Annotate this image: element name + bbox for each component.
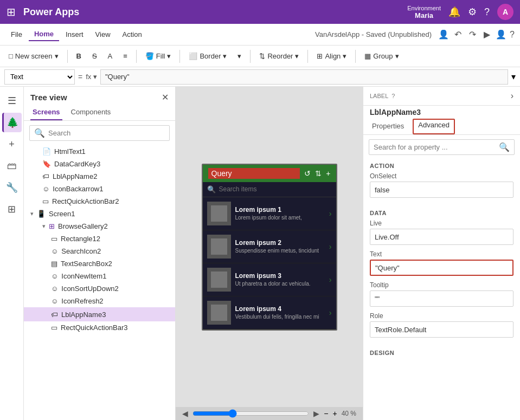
sidebar-icon-add[interactable]: + (2, 134, 22, 154)
waffle-icon[interactable]: ⊞ (7, 5, 16, 18)
add-canvas-icon[interactable]: + (326, 169, 330, 178)
design-section: DESIGN (363, 346, 520, 363)
settings-icon[interactable]: ⚙ (468, 6, 477, 18)
htmltext-icon: 📄 (42, 147, 51, 156)
props-search-input[interactable] (374, 143, 496, 151)
list-item-1[interactable]: Lorem ipsum 1 Lorem ipsum dolor sit amet… (203, 197, 336, 230)
env-name: Maria (415, 11, 433, 20)
props-search-bar[interactable]: 🔍 (369, 139, 515, 155)
menu-insert[interactable]: Insert (60, 28, 89, 41)
props-help-icon[interactable]: ? (391, 93, 395, 99)
tree-item-iconsortupdown2[interactable]: ☺ IconSortUpDown2 (24, 282, 175, 295)
tooltip-input[interactable] (370, 290, 513, 307)
border-icon: ⬜ (189, 52, 197, 60)
new-screen-button[interactable]: □ New screen ▾ (4, 50, 63, 62)
border-down-button[interactable]: ▾ (233, 50, 246, 62)
tree-item-rectangle12[interactable]: ▭ Rectangle12 (24, 232, 175, 245)
zoom-minus[interactable]: − (324, 409, 328, 418)
onselect-label: OnSelect (370, 172, 513, 180)
list-sub-2: Suspendisse enim metus, tincidunt (235, 248, 325, 254)
props-expand-icon[interactable]: › (511, 91, 513, 101)
onselect-input[interactable] (370, 182, 513, 198)
tree-close-button[interactable]: ✕ (162, 92, 169, 102)
align-button[interactable]: ⊞ Align ▾ (312, 50, 351, 62)
env-label: Environment (407, 5, 441, 11)
text-align-button[interactable]: ≡ (119, 50, 132, 62)
share-icon[interactable]: 👤 (496, 29, 506, 40)
props-label: LABEL (370, 93, 388, 99)
tree-item-lblappname3[interactable]: 🏷 LblAppName3 ··· (24, 307, 175, 321)
tree-item-browsegallery2[interactable]: ▾ ⊞ BrowseGallery2 (24, 220, 175, 232)
sidebar-icon-data[interactable]: 🗃 (2, 156, 22, 176)
person-icon[interactable]: 👤 (438, 29, 449, 40)
live-input[interactable] (370, 229, 513, 245)
list-arrow-3: › (329, 275, 332, 284)
menu-home[interactable]: Home (29, 28, 59, 41)
formula-input[interactable] (100, 69, 508, 85)
redo-button[interactable]: ↷ (467, 28, 478, 41)
tree-item-lblappname2[interactable]: 🏷 LblAppName2 (24, 170, 175, 183)
tab-screens[interactable]: Screens (30, 105, 62, 120)
sort-canvas-icon[interactable]: ⇅ (315, 169, 322, 178)
strikethrough-button[interactable]: S (88, 50, 101, 62)
props-scroll-area: ACTION OnSelect DATA Live Text Tool (363, 159, 520, 420)
formula-expand-icon[interactable]: ▾ (511, 72, 516, 82)
play-button[interactable]: ▶ (482, 28, 492, 41)
tree-item-rectquickactionbar2[interactable]: ▭ RectQuickActionBar2 (24, 195, 175, 208)
font-size-button[interactable]: A (104, 50, 117, 62)
tree-search-bar[interactable]: 🔍 (29, 125, 170, 141)
sidebar-icon-tree[interactable]: 🌲 (2, 113, 22, 132)
fill-button[interactable]: 🪣 Fill ▾ (141, 50, 176, 62)
avatar[interactable]: A (497, 4, 513, 20)
zoom-plus[interactable]: + (332, 409, 337, 418)
list-item-2[interactable]: Lorem ipsum 2 Suspendisse enim metus, ti… (203, 230, 336, 263)
help2-icon[interactable]: ? (510, 30, 515, 40)
tree-item-screen1[interactable]: ▾ 📱 Screen1 (24, 208, 175, 220)
tree-item-iconrefresh2[interactable]: ☺ IconRefresh2 (24, 295, 175, 307)
canvas-search-bar[interactable]: 🔍 Search items (203, 182, 336, 197)
refresh-canvas-icon[interactable]: ↺ (304, 169, 311, 178)
list-item-3[interactable]: Lorem ipsum 3 Ut pharetra a dolor ac veh… (203, 263, 336, 296)
bold-button[interactable]: B (72, 50, 86, 62)
tree-item-iconnewitem1[interactable]: ☺ IconNewItem1 (24, 270, 175, 282)
formula-icon[interactable]: fx ▾ (86, 73, 97, 81)
role-input[interactable] (370, 321, 513, 338)
tab-properties[interactable]: Properties (370, 119, 406, 134)
menu-action[interactable]: Action (117, 28, 147, 41)
tree-item-searchicon2[interactable]: ☺ SearchIcon2 (24, 245, 175, 257)
menu-file[interactable]: File (5, 28, 28, 41)
group-button[interactable]: ▦ Group ▾ (360, 50, 403, 62)
tree-search-input[interactable] (48, 129, 165, 137)
sidebar-icon-components[interactable]: ⊞ (2, 199, 22, 219)
tree-item-iconbackarrow1[interactable]: ☺ IconBackarrow1 (24, 183, 175, 195)
sidebar-icon-menu[interactable]: ☰ (2, 91, 22, 111)
rect2-icon: ▭ (51, 235, 57, 243)
reorder-button[interactable]: ⇅ Reorder ▾ (255, 50, 303, 62)
textbox-icon: ▤ (51, 260, 57, 268)
border-button[interactable]: ⬜ Border ▾ (184, 50, 231, 62)
new-screen-icon: □ (9, 52, 13, 60)
tab-advanced[interactable]: Advanced (413, 119, 455, 134)
canvas-scroll[interactable]: Query ↺ ⇅ + 🔍 Search items Lorem (191, 87, 348, 407)
tree-item-htmltext1[interactable]: 📄 HtmlText1 (24, 145, 175, 158)
help-icon[interactable]: ? (484, 7, 490, 18)
text-input[interactable] (370, 260, 513, 276)
tab-components[interactable]: Components (69, 105, 113, 120)
tree-item-rectquickactionbar3[interactable]: ▭ RectQuickActionBar3 (24, 321, 175, 334)
props-panel: LABEL ? › LblAppName3 Properties Advance… (363, 87, 520, 420)
list-item-4[interactable]: Lorem ipsum 4 Vestibulum dui felis, frin… (203, 296, 336, 329)
list-title-3: Lorem ipsum 3 (235, 272, 325, 280)
canvas-bottom-bar: ◀ ▶ − + 40 % (176, 407, 363, 420)
tree-item-textsearchbox2[interactable]: ▤ TextSearchBox2 (24, 257, 175, 270)
canvas-scroll-left[interactable]: ◀ (182, 409, 188, 418)
menu-view[interactable]: View (90, 28, 116, 41)
zoom-slider[interactable] (192, 409, 309, 418)
notification-icon[interactable]: 🔔 (448, 6, 460, 18)
canvas-scroll-right[interactable]: ▶ (313, 409, 319, 418)
property-dropdown[interactable]: Text (4, 69, 75, 85)
rect3-icon: ▭ (51, 324, 57, 332)
undo-button[interactable]: ↶ (452, 28, 464, 41)
sidebar-icon-tools[interactable]: 🔧 (2, 178, 22, 197)
tree-item-datacardkey3[interactable]: 🔖 DataCardKey3 (24, 158, 175, 170)
sep5 (307, 50, 308, 63)
